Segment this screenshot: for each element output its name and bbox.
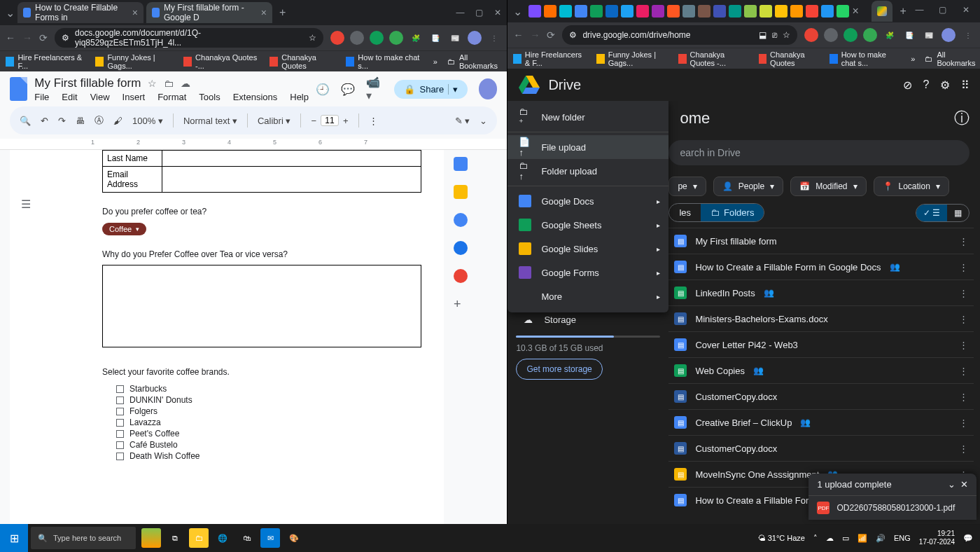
bookmark-star-icon[interactable]: ☆	[783, 30, 790, 40]
modified-filter[interactable]: 📅 Modified ▾	[790, 177, 866, 196]
more-format-icon[interactable]: ⋮	[369, 116, 378, 126]
share-button[interactable]: 🔒 Share ▾	[394, 80, 468, 99]
toast-close-icon[interactable]: ✕	[960, 479, 968, 490]
bookmark-item[interactable]: Chanakya Quotes -...	[678, 50, 749, 67]
checkbox-item[interactable]: DUNKIN' Donuts	[116, 395, 351, 405]
new-folder-item[interactable]: 🗀⁺New folder	[507, 105, 668, 129]
menu-extensions[interactable]: Extensions	[233, 92, 278, 102]
ext-tab-icon[interactable]	[821, 5, 834, 18]
file-row[interactable]: ▤Web Copies👥⋮	[668, 357, 974, 383]
dropdown-chip[interactable]: Coffee	[102, 223, 146, 235]
ext-tab-icon[interactable]	[590, 5, 603, 18]
file-row[interactable]: ▤CustomerCopy.docx⋮	[668, 383, 974, 409]
cast-icon[interactable]: ⎚	[772, 30, 777, 40]
doc-title[interactable]: My First fillable form	[34, 76, 141, 90]
new-tab-button[interactable]: +	[279, 6, 286, 19]
file-row[interactable]: ▤Ministers-Bachelors-Exams.docx⋮	[668, 305, 974, 331]
ext-icon[interactable]	[844, 28, 858, 42]
file-more-icon[interactable]: ⋮	[959, 392, 968, 402]
checkbox-icon[interactable]	[116, 419, 124, 427]
file-row[interactable]: ▤Creative Brief – ClickUp👥⋮	[668, 409, 974, 435]
grid-view-button[interactable]: ▦	[947, 205, 969, 221]
folder-upload-item[interactable]: 🗀↑Folder upload	[507, 159, 668, 183]
volume-icon[interactable]: 🔊	[876, 534, 886, 543]
ext-tab-icon[interactable]	[528, 5, 541, 18]
ext-tab-icon[interactable]	[775, 5, 788, 18]
google-sheets-item[interactable]: Google Sheets▸	[507, 213, 668, 237]
maps-icon[interactable]	[454, 269, 468, 283]
close-icon[interactable]: ×	[261, 7, 267, 18]
ext-tab-icon[interactable]	[544, 5, 556, 18]
minimize-button[interactable]: —	[915, 5, 927, 18]
all-bookmarks-button[interactable]: 🗀 All Bookmarks	[925, 50, 975, 67]
bookmark-star-icon[interactable]: ☆	[309, 33, 316, 43]
people-filter[interactable]: 👤 People ▾	[713, 177, 783, 196]
spellcheck-icon[interactable]: Ⓐ	[94, 114, 104, 127]
ext-tab-icon[interactable]	[667, 5, 680, 18]
file-row[interactable]: ▤Cover Letter Pi42 - Web3⋮	[668, 331, 974, 357]
font-dec-button[interactable]: −	[311, 116, 316, 126]
font-size-input[interactable]	[321, 115, 339, 126]
onedrive-icon[interactable]: ☁	[826, 534, 834, 543]
app-tile-icon[interactable]	[141, 528, 161, 548]
tab-howto[interactable]: How to Create Fillable Forms in×	[18, 2, 144, 23]
sidebar-storage[interactable]: ☁Storage	[516, 310, 660, 330]
textarea-box[interactable]	[102, 265, 421, 347]
bookmark-item[interactable]: Hire Freelancers & F...	[6, 53, 85, 70]
offline-icon[interactable]: ⊘	[903, 78, 912, 92]
checkbox-item[interactable]: Café Bustelo	[116, 440, 351, 450]
start-button[interactable]: ⊞	[0, 524, 28, 552]
close-icon[interactable]: ×	[852, 5, 864, 18]
bookmark-item[interactable]: Funny Jokes | Gags...	[95, 53, 174, 70]
menu-help[interactable]: Help	[290, 92, 309, 102]
notifications-icon[interactable]: 💬	[963, 534, 973, 543]
ext-icon[interactable]	[350, 31, 364, 45]
redo-icon[interactable]: ↷	[58, 116, 66, 126]
chrome-menu-icon[interactable]: ⋮	[961, 28, 975, 42]
site-info-icon[interactable]: ⚙	[569, 30, 577, 40]
taskbar-search[interactable]: 🔍 Type here to search	[31, 527, 136, 549]
move-icon[interactable]: 🗀	[164, 78, 174, 89]
checkbox-item[interactable]: Death Wish Coffee	[116, 451, 351, 461]
ext-tab-icon[interactable]	[836, 5, 849, 18]
settings-gear-icon[interactable]: ⚙	[940, 78, 950, 92]
ext-icon[interactable]	[863, 28, 877, 42]
checkbox-icon[interactable]	[116, 441, 124, 449]
bookmark-item[interactable]: Chanakya Quotes -...	[183, 53, 260, 70]
ext-icon[interactable]	[824, 28, 838, 42]
ext-tab-icon[interactable]	[652, 5, 664, 18]
contacts-icon[interactable]	[454, 241, 468, 255]
ext-tab-icon[interactable]	[621, 5, 634, 18]
tab-form[interactable]: My First fillable form - Google D×	[146, 2, 272, 23]
edit-mode-icon[interactable]: ✎ ▾	[455, 116, 470, 126]
font-inc-button[interactable]: +	[343, 116, 349, 126]
ext-icon[interactable]: 📰	[448, 31, 462, 45]
wifi-icon[interactable]: 📶	[858, 534, 867, 543]
ext-icon[interactable]	[804, 28, 818, 42]
ext-tab-icon[interactable]	[760, 5, 772, 18]
chrome-icon[interactable]: 🌐	[213, 528, 232, 548]
ext-tab-icon[interactable]	[729, 5, 741, 18]
menu-insert[interactable]: Insert	[122, 92, 146, 102]
checkbox-item[interactable]: Folgers	[116, 406, 351, 416]
menu-file[interactable]: File	[34, 92, 49, 102]
ext-tab-icon[interactable]	[744, 5, 757, 18]
google-slides-item[interactable]: Google Slides▸	[507, 237, 668, 261]
install-icon[interactable]: ⬓	[759, 30, 766, 40]
file-more-icon[interactable]: ⋮	[959, 288, 968, 298]
drive-logo-icon[interactable]	[519, 76, 540, 94]
bookmark-item[interactable]: How to make chat s...	[830, 50, 901, 67]
tab-drop-icon[interactable]: ⌄	[513, 5, 526, 18]
type-filter[interactable]: pe ▾	[668, 177, 706, 196]
docs-logo-icon[interactable]	[10, 77, 27, 101]
maximize-button[interactable]: ▢	[939, 5, 951, 18]
tab-drive[interactable]	[872, 1, 892, 22]
back-button[interactable]: ←	[513, 29, 523, 41]
ext-icon[interactable]: 📑	[428, 31, 442, 45]
style-select[interactable]: Normal text ▾	[183, 116, 237, 126]
all-bookmarks-button[interactable]: 🗀 All Bookmarks	[447, 53, 502, 70]
font-select[interactable]: Calibri ▾	[258, 116, 290, 126]
bookmark-item[interactable]: Hire Freelancers & F...	[513, 50, 587, 67]
tasks-icon[interactable]	[454, 213, 468, 227]
help-icon[interactable]: ?	[923, 78, 930, 91]
